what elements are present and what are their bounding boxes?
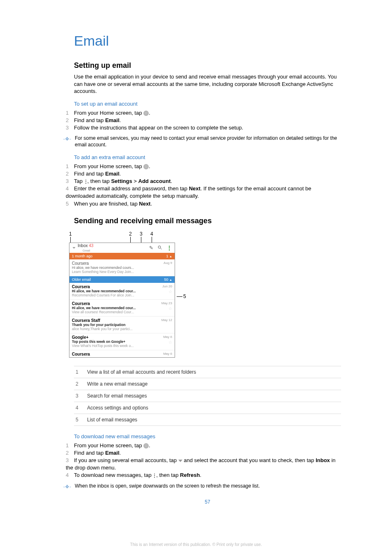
- group-band[interactable]: Older email 50 ▲: [69, 276, 175, 283]
- step-text: From your Home screen, tap ∷.: [74, 110, 150, 116]
- step-text: From your Home screen, tap ∷.: [74, 442, 150, 449]
- email-from: Coursera: [72, 261, 172, 266]
- step-number: 4: [66, 185, 74, 192]
- email-date: May 23: [161, 301, 172, 305]
- step-text: Follow the instructions that appear on t…: [74, 125, 243, 131]
- email-from: Google+: [72, 335, 172, 340]
- email-preview: Recommended Courses For alice Join...: [72, 293, 172, 297]
- band-label: Older email: [72, 278, 91, 282]
- chevron-down-icon: [178, 460, 182, 462]
- callout-number: 3: [140, 231, 143, 237]
- tip-bulb-icon: -❖-: [63, 136, 71, 142]
- step-text: If you are using several email accounts,…: [66, 457, 336, 471]
- search-icon[interactable]: [157, 245, 162, 251]
- apps-grid-icon: ∷: [143, 443, 149, 449]
- step-number: 5: [66, 200, 74, 208]
- step-text: Find and tap Email.: [74, 117, 121, 123]
- inbox-label[interactable]: Inbox: [78, 243, 88, 248]
- svg-line-1: [161, 248, 162, 249]
- email-list-item[interactable]: Coursera Hi alice, we have recommended c…: [69, 259, 175, 276]
- footer-text: This is an Internet version of this publ…: [0, 542, 392, 547]
- phone-topbar: Inbox 43 Gmail ✎ ⋮: [69, 243, 175, 253]
- svg-point-0: [158, 246, 161, 248]
- star-icon[interactable]: ☆: [168, 340, 172, 345]
- more-vert-icon[interactable]: ⋮: [166, 246, 172, 250]
- legend-desc: Write a new email message: [87, 381, 341, 387]
- callout-number: 4: [150, 231, 153, 237]
- star-icon[interactable]: ☆: [168, 289, 172, 294]
- step-text: Tap , then tap Settings > Add account.: [74, 178, 172, 184]
- band-label: 1 month ago: [72, 254, 92, 258]
- chevron-down-icon[interactable]: [73, 247, 76, 249]
- email-subject: Hi alice, we have recommended cour...: [72, 306, 172, 310]
- email-preview: alice honey,Thank you for your partici..…: [72, 327, 172, 331]
- subheading-add-account: To add an extra email account: [74, 154, 341, 160]
- step-number: 2: [66, 117, 74, 124]
- step-number: 1: [66, 163, 74, 170]
- legend-num: 5: [74, 417, 87, 423]
- apps-grid-icon: ∷: [143, 111, 149, 116]
- email-subject: Hi alice, we have recommended cours...: [72, 266, 172, 270]
- email-list-item[interactable]: Google+ Top posts this week on Google+ V…: [69, 333, 175, 350]
- email-preview: View all courses! Recommended Cour...: [72, 310, 172, 314]
- email-date: Jun 20: [162, 284, 172, 288]
- step-number: 3: [66, 457, 74, 464]
- step-text: Find and tap Email.: [74, 450, 121, 456]
- subheading-setup-account: To set up an email account: [74, 101, 341, 107]
- intro-paragraph: Use the email application in your device…: [74, 73, 341, 95]
- email-subject: Hi alice, we have recommended cour...: [72, 289, 172, 293]
- step-text: To download new messages, tap , then tap…: [74, 472, 201, 478]
- phone-screenshot-figure: 1 2 3 4 Inbox 43 Gmail: [69, 231, 188, 358]
- email-list-item[interactable]: Coursera Staff Thank you for your partic…: [69, 317, 175, 333]
- email-subject: Top posts this week on Google+: [72, 340, 172, 344]
- step-number: 3: [66, 178, 74, 185]
- step-number: 2: [66, 449, 74, 457]
- compose-icon[interactable]: ✎: [149, 245, 153, 251]
- steps-setup-account: 1From your Home screen, tap ∷. 2Find and…: [74, 109, 341, 132]
- tip-note: -❖- For some email services, you may nee…: [66, 135, 341, 148]
- callout-number: 1: [69, 231, 72, 237]
- step-number: 1: [66, 109, 74, 117]
- heading-setting-up-email: Setting up email: [74, 61, 341, 70]
- email-subject: Thank you for your participation: [72, 323, 172, 327]
- email-date: May 6: [163, 335, 172, 339]
- steps-add-account: 1From your Home screen, tap ∷. 2Find and…: [74, 163, 341, 208]
- page-number: 57: [74, 499, 341, 505]
- legend-desc: View a list of all email accounts and re…: [87, 369, 341, 375]
- step-number: 2: [66, 170, 74, 178]
- more-vert-icon: [84, 179, 88, 184]
- subheading-download-messages: To download new email messages: [74, 433, 341, 439]
- legend-desc: List of email messages: [87, 417, 341, 423]
- legend-num: 4: [74, 405, 87, 411]
- band-count: 1: [166, 254, 168, 258]
- step-number: 4: [66, 472, 74, 479]
- email-list-item[interactable]: Coursera May 6: [69, 350, 175, 357]
- tip-bulb-icon: -❖-: [63, 483, 71, 490]
- group-band[interactable]: 1 month ago 1 ▲: [69, 253, 175, 259]
- email-list-item[interactable]: Coursera Hi alice, we have recommended c…: [69, 283, 175, 300]
- legend-desc: Search for email messages: [87, 393, 341, 399]
- legend-desc: Access settings and options: [87, 405, 341, 411]
- email-preview: Learn Something New Every Day Join...: [72, 270, 172, 274]
- page-title: Email: [74, 33, 341, 49]
- callout-number: 2: [129, 231, 132, 237]
- callout-number: 5: [183, 294, 186, 299]
- step-text: From your Home screen, tap ∷.: [74, 163, 150, 169]
- star-icon[interactable]: ☆: [168, 306, 172, 311]
- legend-num: 2: [74, 381, 87, 387]
- email-list-item[interactable]: Coursera Hi alice, we have recommended c…: [69, 300, 175, 317]
- legend-num: 1: [74, 369, 87, 375]
- email-date: Aug 9: [164, 261, 172, 265]
- figure-legend: 1View a list of all email accounts and r…: [74, 366, 341, 426]
- email-from: Coursera: [72, 352, 172, 356]
- phone-frame: Inbox 43 Gmail ✎ ⋮ 1 month ago: [69, 243, 175, 358]
- heading-send-receive: Sending and receiving email messages: [74, 217, 341, 225]
- step-text: Enter the email address and password, th…: [66, 185, 311, 199]
- inbox-count: 43: [89, 243, 93, 248]
- step-text: When you are finished, tap Next.: [74, 201, 152, 207]
- account-label: Gmail: [83, 249, 90, 252]
- email-from: Coursera Staff: [72, 318, 172, 323]
- email-preview: View What's HotTop posts this week o...: [72, 344, 172, 348]
- tip-note: -❖- When the inbox is open, swipe downwa…: [66, 483, 341, 489]
- step-number: 1: [66, 442, 74, 449]
